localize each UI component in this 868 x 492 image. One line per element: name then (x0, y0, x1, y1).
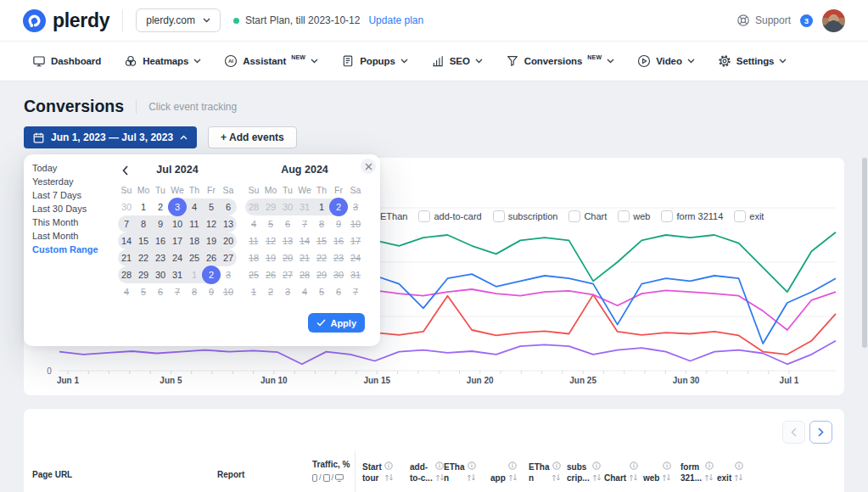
calendar-day[interactable]: 28 (296, 266, 313, 283)
calendar-day[interactable]: 6 (220, 198, 237, 215)
preset-last-month[interactable]: Last Month (32, 229, 98, 243)
calendar-day[interactable]: 2 (262, 283, 279, 300)
calendar-day[interactable]: 17 (169, 232, 186, 249)
info-icon[interactable] (384, 461, 393, 470)
calendar-day[interactable]: 4 (296, 283, 313, 300)
col-event-6[interactable]: Chart (604, 461, 638, 484)
nav-item-popups[interactable]: Popups (341, 54, 408, 68)
support-button[interactable]: Support 3 (736, 14, 813, 27)
sort-icon[interactable] (384, 473, 394, 482)
calendar-day[interactable]: 10 (347, 215, 364, 232)
preset-yesterday[interactable]: Yesterday (32, 175, 98, 188)
calendar-day[interactable]: 13 (220, 215, 237, 232)
calendar-day[interactable]: 10 (220, 283, 237, 300)
calendar-day[interactable]: 14 (118, 232, 135, 249)
calendar-day[interactable]: 12 (203, 215, 220, 232)
col-event-3[interactable]: app (490, 461, 518, 484)
col-event-9[interactable]: exit (717, 461, 743, 484)
update-plan-link[interactable]: Update plan (368, 14, 423, 26)
calendar-day[interactable]: 6 (330, 283, 347, 300)
calendar-day[interactable]: 5 (262, 215, 279, 232)
calendar-day[interactable]: 5 (313, 283, 330, 300)
calendar-day[interactable]: 25 (186, 249, 203, 266)
calendar-day[interactable]: 22 (313, 249, 330, 266)
calendar-day[interactable]: 4 (186, 198, 203, 215)
calendar-day[interactable]: 30 (118, 198, 135, 215)
calendar-day[interactable]: 8 (135, 215, 152, 232)
calendar-day[interactable]: 19 (262, 249, 279, 266)
col-page-url[interactable]: Page URL (32, 470, 72, 479)
calendar-day[interactable]: 1 (135, 198, 152, 215)
calendar-day[interactable]: 16 (152, 232, 169, 249)
calendar-day[interactable]: 3 (279, 283, 296, 300)
calendar-day[interactable]: 24 (169, 249, 186, 266)
col-event-1[interactable]: add-to-c... (410, 461, 445, 484)
preset-this-month[interactable]: This Month (32, 215, 98, 229)
calendar-day[interactable]: 9 (330, 215, 347, 232)
calendar-day[interactable]: 6 (152, 283, 169, 300)
calendar-day[interactable]: 19 (203, 232, 220, 249)
calendar-day[interactable]: 2 (203, 266, 220, 283)
pagination-next-button[interactable] (809, 421, 832, 444)
info-icon[interactable] (735, 461, 743, 470)
calendar-day[interactable]: 4 (118, 283, 135, 300)
plerdy-logo[interactable]: plerdy (23, 9, 109, 32)
sort-icon[interactable] (552, 473, 561, 482)
calendar-day[interactable]: 17 (347, 232, 364, 249)
calendar-day[interactable]: 7 (118, 215, 135, 232)
calendar-day[interactable]: 1 (186, 266, 203, 283)
calendar-day[interactable]: 29 (262, 198, 279, 215)
calendar-day[interactable]: 7 (347, 283, 364, 300)
nav-item-conversions[interactable]: ConversionsNEW (506, 54, 615, 68)
calendar-day[interactable]: 23 (152, 249, 169, 266)
preset-today[interactable]: Today (32, 161, 98, 175)
calendar-day[interactable]: 8 (313, 215, 330, 232)
calendar-day[interactable]: 1 (245, 283, 262, 300)
nav-item-dashboard[interactable]: Dashboard (32, 54, 101, 68)
calendar-day[interactable]: 5 (203, 198, 220, 215)
apply-button[interactable]: Apply (308, 313, 365, 333)
pagination-prev-button[interactable] (782, 421, 805, 444)
calendar-day[interactable]: 7 (296, 215, 313, 232)
sort-icon[interactable] (662, 473, 671, 482)
calendar-day[interactable]: 11 (186, 215, 203, 232)
calendar-day[interactable]: 20 (279, 249, 296, 266)
nav-item-settings[interactable]: Settings (718, 54, 787, 68)
calendar-day[interactable]: 24 (347, 249, 364, 266)
info-icon[interactable] (705, 461, 714, 470)
calendar-day[interactable]: 2 (152, 198, 169, 215)
calendar-day[interactable]: 11 (245, 232, 262, 249)
col-event-0[interactable]: Starttour (362, 461, 394, 484)
calendar-day[interactable]: 9 (203, 283, 220, 300)
calendar-day[interactable]: 21 (296, 249, 313, 266)
calendar-day[interactable]: 28 (118, 266, 135, 283)
info-icon[interactable] (435, 461, 444, 470)
calendar-day[interactable]: 25 (245, 266, 262, 283)
col-event-5[interactable]: subscrip... (567, 461, 602, 484)
calendar-day[interactable]: 27 (279, 266, 296, 283)
nav-item-heatmaps[interactable]: Heatmaps (124, 54, 201, 68)
preset-last-7-days[interactable]: Last 7 Days (32, 188, 98, 202)
calendar-day[interactable]: 20 (220, 232, 237, 249)
calendar-day[interactable]: 27 (220, 249, 237, 266)
calendar-day[interactable]: 2 (330, 198, 347, 215)
calendar-day[interactable]: 15 (135, 232, 152, 249)
calendar-day[interactable]: 9 (152, 215, 169, 232)
sort-icon[interactable] (508, 473, 518, 482)
calendar-day[interactable]: 29 (135, 266, 152, 283)
sort-icon[interactable] (629, 473, 638, 482)
calendar-day[interactable]: 10 (169, 215, 186, 232)
info-icon[interactable] (663, 461, 671, 470)
calendar-day[interactable]: 8 (186, 283, 203, 300)
calendar-day[interactable]: 12 (262, 232, 279, 249)
scrollbar-thumb[interactable] (862, 158, 867, 348)
calendar-day[interactable]: 3 (220, 266, 237, 283)
calendar-day[interactable]: 23 (330, 249, 347, 266)
col-traffic[interactable]: Traffic, %// (312, 460, 350, 482)
info-icon[interactable] (592, 461, 601, 470)
info-icon[interactable] (508, 461, 517, 470)
calendar-day[interactable]: 3 (169, 198, 186, 215)
calendar-day[interactable]: 28 (245, 198, 262, 215)
sort-icon[interactable] (704, 473, 714, 482)
sort-icon[interactable] (734, 473, 743, 482)
